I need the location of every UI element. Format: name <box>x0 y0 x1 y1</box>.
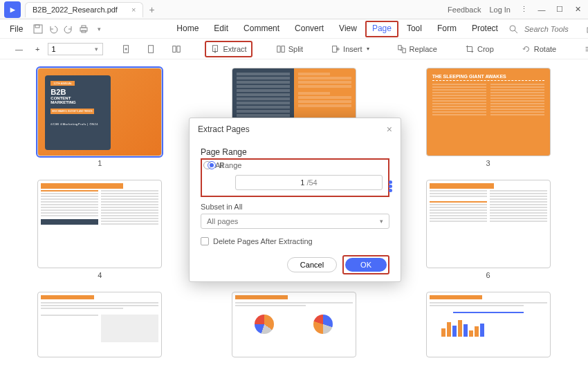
menu-form[interactable]: Form <box>430 21 463 37</box>
page-range-input[interactable]: 1 /54 <box>235 175 383 190</box>
subset-select[interactable]: All pages▾ <box>201 214 389 229</box>
menu-protect[interactable]: Protect <box>465 21 505 37</box>
page-range-label: Page Range <box>201 147 389 157</box>
tab-title: B2B_2022_Research.pdf <box>33 6 118 14</box>
extract-pages-dialog: Extract Pages × Page Range All Range 1 /… <box>189 118 401 282</box>
redo-icon[interactable] <box>63 24 74 35</box>
svg-rect-15 <box>277 46 279 52</box>
extract-button[interactable]: Extract <box>205 41 252 57</box>
tab-close-icon[interactable]: × <box>131 6 136 14</box>
radio-range[interactable]: Range <box>208 161 241 169</box>
search-input[interactable] <box>524 25 580 33</box>
svg-rect-3 <box>82 26 86 28</box>
crop-button[interactable]: Crop <box>461 42 498 56</box>
svg-rect-21 <box>402 48 405 53</box>
dialog-title: Extract Pages <box>198 124 250 134</box>
svg-rect-12 <box>173 46 176 52</box>
subset-label: Subset in All <box>201 203 389 211</box>
cancel-button[interactable]: Cancel <box>287 257 337 272</box>
save-icon[interactable] <box>33 24 44 35</box>
page-thumbnail-7[interactable] <box>37 292 162 357</box>
menu-convert[interactable]: Convert <box>288 21 331 37</box>
thumb-label-4: 4 <box>98 271 102 279</box>
svg-rect-16 <box>282 46 284 52</box>
new-tab-button[interactable]: + <box>149 4 154 15</box>
rotate-button[interactable]: Rotate <box>517 42 560 56</box>
more-button[interactable]: More▾ <box>580 42 588 56</box>
page-thumbnail-8[interactable] <box>232 292 356 357</box>
app-icon: ▸ <box>4 1 21 18</box>
menu-comment[interactable]: Comment <box>237 21 286 37</box>
zoom-out-button[interactable]: — <box>11 43 27 55</box>
split-button[interactable]: Split <box>272 42 307 56</box>
quick-caret-icon[interactable]: ▾ <box>93 24 104 35</box>
menu-page[interactable]: Page <box>365 21 398 37</box>
kebab-menu-icon[interactable]: ⋮ <box>519 5 529 15</box>
svg-line-6 <box>515 30 517 33</box>
search-icon <box>508 24 519 35</box>
close-icon[interactable]: ✕ <box>573 5 582 15</box>
svg-rect-20 <box>398 45 401 49</box>
thumb-label-3: 3 <box>486 159 490 167</box>
document-tab[interactable]: B2B_2022_Research.pdf × <box>25 2 143 17</box>
page-thumbnail-3[interactable]: THE SLEEPING GIANT AWAKES <box>426 68 551 156</box>
svg-rect-11 <box>149 45 154 53</box>
page-dropdown-icon[interactable]: ▾ <box>95 46 98 53</box>
delete-after-label: Delete Pages After Extracting <box>213 237 313 245</box>
insert-button[interactable]: Insert▾ <box>327 42 374 56</box>
page-thumbnail-6[interactable] <box>426 180 551 268</box>
ok-button[interactable]: OK <box>345 258 387 272</box>
dialog-close-icon[interactable]: × <box>387 124 392 135</box>
page-thumbnail-1[interactable]: 12TH ANNUAL B2B CONTENT MARKETING BENCHM… <box>37 68 162 156</box>
page-layout-1-button[interactable] <box>143 42 160 56</box>
login-link[interactable]: Log In <box>489 6 511 14</box>
file-menu[interactable]: File <box>6 23 27 35</box>
menu-view[interactable]: View <box>332 21 364 37</box>
zoom-in-button[interactable]: + <box>31 43 44 55</box>
svg-rect-1 <box>35 25 39 28</box>
replace-button[interactable]: Replace <box>393 42 441 56</box>
share-icon[interactable] <box>585 24 588 35</box>
thumb-label-1: 1 <box>98 159 102 167</box>
menu-home[interactable]: Home <box>169 21 205 37</box>
page-thumbnail-9[interactable] <box>426 292 551 357</box>
minimize-icon[interactable]: — <box>537 5 546 15</box>
menu-edit[interactable]: Edit <box>207 21 235 37</box>
print-icon[interactable] <box>78 24 89 35</box>
svg-rect-13 <box>177 46 180 52</box>
feedback-link[interactable]: Feedback <box>448 6 481 14</box>
page-insert-blank-button[interactable] <box>118 42 136 56</box>
menu-tool[interactable]: Tool <box>400 21 429 37</box>
svg-point-5 <box>510 26 515 31</box>
maximize-icon[interactable]: ☐ <box>555 5 564 15</box>
undo-icon[interactable] <box>48 24 59 35</box>
delete-after-checkbox[interactable] <box>201 237 209 245</box>
svg-rect-17 <box>333 46 337 52</box>
thumb-label-6: 6 <box>486 271 490 279</box>
page-thumbnail-4[interactable] <box>37 180 162 268</box>
page-layout-2-button[interactable] <box>167 42 185 56</box>
